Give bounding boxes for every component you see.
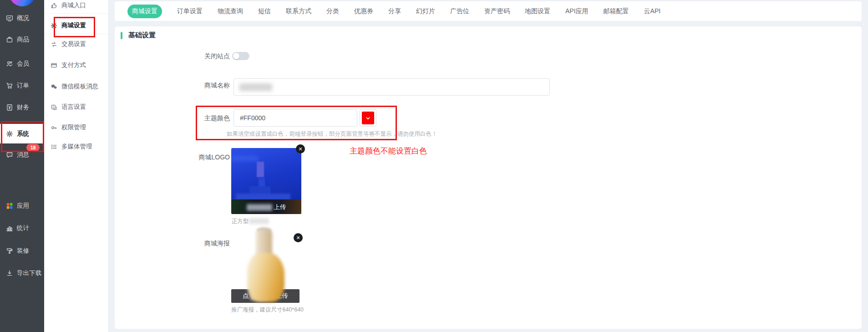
tab-category[interactable]: 分类 [326,7,339,15]
redacted-mall-name [239,83,272,91]
tab-slideshow[interactable]: 幻灯片 [416,7,435,15]
permission-icon [51,124,57,131]
mall-entrance-icon [51,2,57,9]
theme-color-hint: 如果清空或设置成白色，前端登录按钮，部分页面背景等将不显示，请勿使用白色！ [227,130,437,138]
mall-name-label: 商城名称 [171,82,230,90]
apps-icon [6,202,13,209]
menu-item-payment-method[interactable]: 支付方式 [44,55,108,75]
logo-remove-button[interactable]: ✕ [296,144,305,153]
payment-method-icon [51,62,57,69]
sidebar-item-label: 消息 [17,151,29,159]
menu-item-language-settings[interactable]: A 语言设置 [44,97,108,117]
tab-coupon[interactable]: 优惠券 [354,7,373,15]
theme-color-label: 主题颜色 [171,114,230,123]
menu-item-label: 商城入口 [61,1,86,10]
logo-overlay-label: 上传 [274,203,286,211]
theme-color-input[interactable] [233,109,357,127]
mosaic-block [236,194,290,200]
stats-icon [6,225,13,232]
sidebar-item-export-download[interactable]: 导出下载 [0,266,44,281]
tab-ad-slot[interactable]: 广告位 [450,7,469,15]
tab-order-settings[interactable]: 订单设置 [177,7,203,15]
tab-mail-config[interactable]: 邮箱配置 [604,7,629,15]
tab-share[interactable]: 分享 [388,7,401,15]
mosaic-block [231,156,259,161]
sidebar-item-members[interactable]: 会员 [0,56,44,72]
menu-item-multimedia[interactable]: 多媒体管理 [44,137,108,157]
color-swatch [362,112,374,124]
tab-map-settings[interactable]: 地图设置 [525,7,550,15]
system-gear-icon [6,130,13,138]
tab-contact[interactable]: 联系方式 [286,7,311,15]
tab-asset-password[interactable]: 资产密码 [484,7,510,15]
section-accent-bar [121,32,122,39]
mall-logo-image[interactable]: 上传 [231,148,301,214]
tab-logistics-query[interactable]: 物流查询 [218,7,243,15]
sidebar-item-label: 统计 [17,224,29,232]
finance-icon [6,104,13,111]
mall-logo-label: 商城LOGO [171,153,230,162]
mall-name-input[interactable] [233,78,550,96]
logo-caption-text: 正方型 [232,218,249,225]
redacted-caption-text [249,218,269,224]
section-title: 基础设置 [128,31,156,40]
secondary-sidebar: 商城入口 商城设置 交易设置 支付方式 微信模板消息 A 语言设置 权限管理 多 [44,0,109,332]
poster-remove-button[interactable]: ✕ [294,233,303,242]
close-site-toggle[interactable] [232,52,249,60]
menu-item-label: 支付方式 [61,61,86,69]
menu-item-label: 商城设置 [61,21,86,30]
messages-icon [6,151,13,158]
basic-settings-card: 基础设置 关闭站点 商城名称 主题颜色 如果清空或设置成白色，前端登录按钮，部分… [115,26,862,329]
chevron-down-icon [365,116,371,121]
menu-item-mall-settings[interactable]: 商城设置 [44,15,108,36]
sidebar-item-overview[interactable]: 概况 [0,10,44,26]
tab-api-app[interactable]: API应用 [565,7,589,15]
tab-cloud-api[interactable]: 云API [644,7,661,15]
sidebar-item-decorate[interactable]: 装修 [0,243,44,259]
goods-icon [6,36,13,43]
sidebar-item-label: 导出下载 [17,269,41,277]
menu-item-wechat-template[interactable]: 微信模板消息 [44,77,108,97]
brand-avatar[interactable] [9,0,36,6]
mall-settings-gear-icon [51,22,57,29]
tab-sms[interactable]: 短信 [258,7,271,15]
messages-badge: 18 [26,144,40,151]
settings-tab-bar: 商城设置 订单设置 物流查询 短信 联系方式 分类 优惠券 分享 幻灯片 广告位… [115,1,862,21]
mall-poster-label: 商城海报 [171,240,230,248]
sidebar-item-label: 概况 [17,14,29,22]
annotation-text: 主题颜色不能设置白色 [350,146,427,156]
menu-item-label: 交易设置 [61,40,86,48]
main-area: 商城设置 订单设置 物流查询 短信 联系方式 分类 优惠券 分享 幻灯片 广告位… [108,0,868,332]
sidebar-item-label: 财务 [17,103,29,112]
sidebar-item-finance[interactable]: 财务 [0,100,44,115]
tab-mall-settings[interactable]: 商城设置 [127,5,162,18]
sidebar-item-apps[interactable]: 应用 [0,198,44,214]
redacted-overlay-text [247,204,272,211]
menu-item-trade-settings[interactable]: 交易设置 [44,34,108,54]
mosaic-block [257,162,264,177]
multimedia-icon [51,143,57,150]
logo-reupload-overlay[interactable]: 上传 [231,203,301,211]
theme-color-picker-button[interactable] [360,109,376,127]
menu-item-permission[interactable]: 权限管理 [44,117,108,138]
sidebar-item-system[interactable]: 系统 [0,124,44,143]
members-icon [6,60,13,67]
sidebar-item-label: 商品 [17,36,29,44]
toggle-knob [233,53,239,59]
sidebar-item-label: 会员 [17,60,29,68]
sidebar-item-stats[interactable]: 统计 [0,220,44,236]
menu-item-mall-entrance[interactable]: 商城入口 [44,0,108,15]
svg-text:A: A [52,105,55,108]
poster-overlay-prefix: 点 [243,292,249,300]
menu-item-label: 微信模板消息 [61,82,98,91]
trade-settings-icon [51,41,57,48]
sidebar-item-goods[interactable]: 商品 [0,32,44,47]
export-download-icon [6,270,13,277]
logo-caption: 正方型 [232,218,269,225]
sidebar-item-label: 应用 [17,202,29,210]
orders-icon [6,82,13,89]
sidebar-item-label: 订单 [17,82,29,90]
sidebar-item-orders[interactable]: 订单 [0,78,44,93]
decorate-icon [6,247,13,255]
menu-item-label: 权限管理 [61,123,86,132]
